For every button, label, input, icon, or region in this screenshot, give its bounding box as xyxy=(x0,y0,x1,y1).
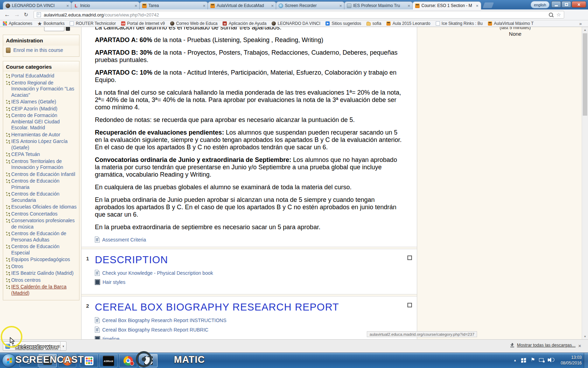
window-maximize-button[interactable] xyxy=(561,1,571,8)
category-link[interactable]: Conservatorios profesionales de música xyxy=(5,217,78,230)
paragraph: APARTADO C: 10% de la nota - Actitud Int… xyxy=(95,69,403,84)
tab-close-icon[interactable]: × xyxy=(476,4,478,8)
show-desktop-button[interactable] xyxy=(584,353,588,368)
category-link[interactable]: Centros Territoriales de Innovación y Fo… xyxy=(5,158,78,171)
address-bar[interactable]: aulavirtual2.educa.madrid.org/course/vie… xyxy=(34,11,564,19)
new-tab-button[interactable] xyxy=(483,2,494,8)
reload-icon[interactable]: ↻ xyxy=(24,11,28,19)
category-link[interactable]: IES Beatriz Galindo (Madrid) xyxy=(5,270,78,277)
bookmark-ice-skating[interactable]: Ice Skating Rinks : Bu xyxy=(436,21,483,26)
network-icon[interactable] xyxy=(539,358,544,362)
bookmark-folder-sofia[interactable]: sofia xyxy=(366,21,381,26)
bookmark-star-icon[interactable]: ☆ xyxy=(556,12,561,18)
tab-course-active[interactable]: Course: ESO 1 Section - M × xyxy=(412,1,481,9)
favicon-ies xyxy=(347,4,351,8)
category-link[interactable]: Equipos Psicopedagógicos xyxy=(5,256,78,263)
tab-close-icon[interactable]: × xyxy=(339,4,342,8)
section-highlight-checkbox[interactable] xyxy=(407,255,412,260)
bookmark-bookmarks[interactable]: ★Bookmarks xyxy=(37,21,64,26)
search-button[interactable] xyxy=(66,27,70,31)
category-link[interactable]: Centros de Educación de Personas Adultas xyxy=(5,230,78,243)
category-link[interactable]: IES Antonio López García (Getafe) xyxy=(5,138,78,151)
scroll-down-icon[interactable]: ▼ xyxy=(582,334,588,339)
category-icon xyxy=(5,159,11,164)
language-button[interactable]: english xyxy=(531,1,550,8)
bookmark-router[interactable]: ROUTER Technicolor xyxy=(70,21,115,26)
category-link[interactable]: Centros de Educación Secundaria xyxy=(5,191,78,204)
course-summary: La calificación del alumno es el resulta… xyxy=(82,27,417,247)
bookmark-correo[interactable]: Correo Web de Educa xyxy=(170,21,218,26)
scrollbar-thumb[interactable] xyxy=(583,33,587,116)
window-close-button[interactable]: × xyxy=(572,1,586,8)
speaker-icon[interactable] xyxy=(548,359,549,361)
taskbar-asrock-button[interactable]: ASRock xyxy=(99,354,118,367)
forward-icon[interactable]: → xyxy=(14,11,20,19)
search-input[interactable] xyxy=(44,27,64,31)
bookmark-ayuda[interactable]: wAplicación de Ayuda xyxy=(223,21,266,26)
resource-link[interactable]: timeline xyxy=(95,336,403,339)
bookmark-sitios-sugeridos[interactable]: ▶Sitios sugeridos xyxy=(326,21,361,26)
tab-leonardo-da-vinci[interactable]: LEONARDO DA VINCI × xyxy=(3,1,72,9)
tab-close-icon[interactable]: × xyxy=(271,4,274,8)
category-link[interactable]: CEIP Azorín (Madrid) xyxy=(5,105,78,113)
resource-link[interactable]: Cereal Box Biography Research Report RUB… xyxy=(95,327,403,333)
section-title-link[interactable]: CEREAL BOX BIOGRAPHY RESEARCH REPORT xyxy=(95,301,403,313)
bookmark-aplicaciones[interactable]: Aplicaciones xyxy=(3,21,32,26)
tab-close-icon[interactable]: × xyxy=(134,4,137,8)
back-icon[interactable]: ← xyxy=(4,11,10,19)
category-link[interactable]: Centro de Formación Ambiental GEI Ciudad… xyxy=(5,112,78,131)
category-link[interactable]: Centros de Educación Especial xyxy=(5,243,78,256)
resource-link-assessment-criteria[interactable]: Assessment Criteria xyxy=(95,237,403,243)
category-icon xyxy=(5,113,11,118)
category-link[interactable]: Centros de Educación Infantil xyxy=(5,171,78,178)
start-button[interactable] xyxy=(2,354,16,368)
zoom-icon[interactable] xyxy=(549,13,553,17)
category-link[interactable]: Otros xyxy=(5,263,78,270)
resource-link[interactable]: Check your Knowledge - Physical Descript… xyxy=(95,270,403,276)
category-link[interactable]: Centros Concertados xyxy=(5,211,78,218)
category-link-hovered[interactable]: IES Calderón de la Barca (Madrid) xyxy=(5,284,78,297)
tab-ies-profesor[interactable]: IES Profesor Maximo Tru × xyxy=(344,1,413,9)
tab-inicio[interactable]: L Inicio × xyxy=(71,1,140,9)
bookmarks-overflow-chevron[interactable]: » xyxy=(579,21,582,26)
bookmark-portal-v9[interactable]: V9Portal de Internet v9 xyxy=(121,21,165,26)
tab-tarea[interactable]: Tarea × xyxy=(139,1,208,9)
download-item-menu-icon[interactable]: ▾ xyxy=(60,342,66,350)
tab-screen-recorder[interactable]: Screen Recorder × xyxy=(276,1,345,9)
favicon-moodle xyxy=(415,4,420,8)
action-center-flag-icon[interactable]: ⚑ xyxy=(531,357,535,362)
section-title-link[interactable]: DESCRIPTION xyxy=(95,254,403,266)
category-link[interactable]: Otros centros xyxy=(5,277,78,284)
category-link[interactable]: Herramientas de Autor xyxy=(5,131,78,138)
category-link[interactable]: Portal EducaMadrid xyxy=(5,73,78,80)
tray-expand-icon[interactable]: ▲ xyxy=(513,359,517,362)
show-all-downloads-link[interactable]: Mostrar todas las descargas... xyxy=(510,343,575,348)
bookmark-leonardo[interactable]: LEONARDO DA VINCI xyxy=(272,21,320,26)
category-link[interactable]: Escuelas Oficiales de Idiomas xyxy=(5,204,78,211)
tab-aulavirtual[interactable]: AulaVirtual de EducaMad × xyxy=(208,1,276,9)
taskbar-clock[interactable]: 13:03 08/05/2016 xyxy=(556,355,582,366)
bookmark-aulavirtual-maximo[interactable]: AulaVirtual Máximo T xyxy=(488,21,534,26)
resource-link[interactable]: Hair styles xyxy=(95,279,403,285)
url-host: aulavirtual2.educa.madrid.org xyxy=(44,12,104,18)
tab-close-icon[interactable]: × xyxy=(66,4,69,8)
enrol-link[interactable]: Enrol me in this course xyxy=(3,46,79,56)
tab-close-icon[interactable]: × xyxy=(203,4,205,8)
window-minimize-button[interactable] xyxy=(551,1,561,8)
document-icon xyxy=(95,327,100,333)
category-link[interactable]: CEPA Tetuán xyxy=(5,151,78,158)
bookmark-aula-2015[interactable]: Aula 2015 Leonardo xyxy=(386,21,430,26)
tab-close-icon[interactable]: × xyxy=(407,4,410,8)
category-link[interactable]: Centro Regional de Innovación y Formació… xyxy=(5,80,78,99)
section-highlight-checkbox[interactable] xyxy=(407,303,412,307)
resource-link[interactable]: Cereal Box Biography Research Report INS… xyxy=(95,317,403,323)
v9-icon: V9 xyxy=(121,21,125,26)
category-link[interactable]: IES Alarnes (Getafe) xyxy=(5,98,78,105)
shelf-close-icon[interactable]: × xyxy=(578,343,581,349)
taskbar-chrome-button[interactable] xyxy=(119,354,137,367)
category-link[interactable]: Centros de Educación Primaria xyxy=(5,178,78,191)
page-scrollbar[interactable]: ▲ ▼ xyxy=(582,27,588,339)
windows-update-icon[interactable] xyxy=(521,358,526,363)
folder-icon xyxy=(366,22,371,26)
scroll-up-icon[interactable]: ▲ xyxy=(582,27,588,33)
